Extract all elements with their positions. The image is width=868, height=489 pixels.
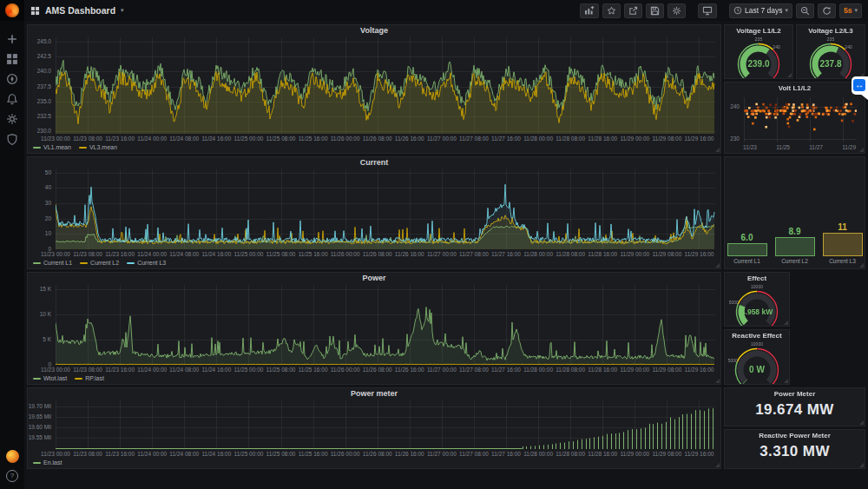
current-chart[interactable]: 5040302010011/23 00:0011/23 08:0011/23 1… <box>28 157 720 268</box>
x-axis-tick: 11/24 00:00 <box>137 367 167 373</box>
voltage-chart[interactable]: 245.0242.5240.0237.5235.0232.5230.011/23… <box>28 25 720 153</box>
legend-swatch <box>33 262 41 264</box>
x-axis-tick: 11/27 16:00 <box>491 451 521 457</box>
dashboard-settings-button[interactable] <box>667 3 686 18</box>
power-meter-chart[interactable]: 19.70 Mil19.65 Mil19.60 Mil19.55 Mil11/2… <box>28 388 720 468</box>
legend-swatch <box>127 262 135 264</box>
sidebar-bottom: ? <box>6 450 19 482</box>
legend-item[interactable]: RP.last <box>75 375 104 381</box>
legend-item[interactable]: Current L3 <box>127 260 166 266</box>
panel-title-power-meter[interactable]: Power meter <box>28 388 720 400</box>
panel-title-voltage[interactable]: Voltage <box>28 25 720 36</box>
x-axis-tick: 11/24 08:00 <box>169 251 199 257</box>
server-admin-icon[interactable] <box>6 133 18 145</box>
x-axis-tick: 11/23 16:00 <box>105 367 135 373</box>
dashboard-picker[interactable]: AMS Dashboard ▾ <box>30 5 124 16</box>
y-axis-tick: 20 <box>28 215 51 222</box>
explore-icon[interactable] <box>6 73 18 85</box>
save-icon <box>650 6 660 16</box>
dashboard-title: AMS Dashboard <box>45 5 115 16</box>
x-axis-tick: 11/23 08:00 <box>73 451 102 457</box>
panel-title-voltage-l1-l2[interactable]: Voltage L1/L2 <box>725 25 792 36</box>
grafana-logo[interactable] <box>0 0 24 21</box>
legend-item[interactable]: Wtot.last <box>33 375 67 381</box>
bar-gauge-item[interactable]: 11Current L3 <box>823 222 863 264</box>
tv-mode-button[interactable] <box>698 3 717 18</box>
refresh-button[interactable] <box>818 3 836 18</box>
refresh-interval-dropdown[interactable]: 5s ▾ <box>839 3 862 18</box>
gauge-effect-canvas[interactable] <box>725 284 789 326</box>
x-axis-tick: 11/29 00:00 <box>620 367 649 373</box>
x-axis-tick: 11/29 16:00 <box>685 135 714 142</box>
teamviewer-overlay[interactable]: ↔ <box>852 76 868 100</box>
x-axis-tick: 11/28 16:00 <box>588 451 617 457</box>
panel-title-current[interactable]: Current <box>28 157 720 169</box>
x-axis-tick: 11/25 00:00 <box>234 251 264 257</box>
x-axis-tick: 11/29 08:00 <box>652 367 681 373</box>
legend-item[interactable]: Current L2 <box>80 260 119 266</box>
panel-title-voltage-l2-l3[interactable]: Voltage L2/L3 <box>797 25 865 36</box>
power-plot-canvas[interactable] <box>56 285 715 365</box>
volt-heat-canvas[interactable] <box>744 97 857 142</box>
panel-title-reactive-power-meter-stat[interactable]: Reactive Power Meter <box>725 430 865 441</box>
panel-title-reactive-effect[interactable]: Reactive Effect <box>725 330 789 341</box>
legend-label: Current L2 <box>90 260 119 266</box>
voltage-plot-canvas[interactable] <box>56 37 715 134</box>
panel-current-bar-gauge: 6.0Current L18.9Current L211Current L3 <box>724 156 865 269</box>
bar-gauge-bar <box>823 233 863 256</box>
bar-gauge-item[interactable]: 6.0Current L1 <box>727 233 767 264</box>
alerting-icon[interactable] <box>6 93 18 105</box>
x-axis-tick: 11/25 08:00 <box>266 367 296 373</box>
x-axis-tick: 11/23 16:00 <box>105 451 135 457</box>
gauge-v23-canvas[interactable] <box>797 36 865 78</box>
x-axis-tick: 11/25 16:00 <box>299 451 328 457</box>
x-axis-tick: 11/29 00:00 <box>620 135 649 142</box>
panel-title-power-meter-stat[interactable]: Power Meter <box>725 388 865 400</box>
power-meter-plot-canvas[interactable] <box>56 400 715 449</box>
bar-gauge-item[interactable]: 8.9Current L2 <box>775 227 815 264</box>
panel-voltage-l2-l3-gauge: Voltage L2/L3 <box>796 24 865 79</box>
x-axis-tick: 11/28 08:00 <box>556 367 585 373</box>
panel-title-effect[interactable]: Effect <box>725 273 789 284</box>
add-panel-button[interactable] <box>580 3 599 18</box>
legend-item[interactable]: VL3.mean <box>79 144 117 150</box>
gauge-v12-canvas[interactable] <box>725 36 792 78</box>
help-icon[interactable]: ? <box>6 470 18 482</box>
current-bar-gauge[interactable]: 6.0Current L18.9Current L211Current L3 <box>725 157 865 268</box>
x-axis-tick: 11/27 <box>809 144 823 150</box>
bar-gauge-label: Current L1 <box>733 258 760 264</box>
power-meter-stat-value: 19.674 MW <box>725 401 865 419</box>
share-button[interactable] <box>624 3 642 18</box>
legend-item[interactable]: En.last <box>33 459 62 466</box>
y-axis-tick: 50 <box>28 169 51 176</box>
legend-swatch <box>75 378 82 380</box>
create-icon[interactable] <box>6 33 18 45</box>
monitor-icon <box>702 6 713 16</box>
chart-legend: Wtot.lastRP.last <box>33 374 104 382</box>
teamviewer-icon: ↔ <box>853 79 865 91</box>
zoom-out-button[interactable] <box>796 3 814 18</box>
power-chart[interactable]: 15 K10 K5 K011/23 00:0011/23 08:0011/23 … <box>28 273 720 384</box>
gauge-reactive-canvas[interactable] <box>725 341 789 384</box>
x-axis-tick: 11/27 08:00 <box>459 367 489 373</box>
dashboards-icon[interactable] <box>6 53 18 65</box>
panel-title-volt-l1-l2[interactable]: Volt L1/L2 <box>725 83 865 94</box>
x-axis-tick: 11/23 00:00 <box>41 251 70 257</box>
time-range-picker[interactable]: Last 7 days ▾ <box>729 3 792 18</box>
x-axis-tick: 11/26 08:00 <box>363 251 392 257</box>
panel-current: Current 5040302010011/23 00:0011/23 08:0… <box>27 156 721 269</box>
configuration-icon[interactable] <box>6 113 18 125</box>
dashboard-grid-icon <box>30 6 40 16</box>
x-axis-tick: 11/29 16:00 <box>685 251 714 257</box>
user-avatar[interactable] <box>6 450 19 463</box>
current-plot-canvas[interactable] <box>56 169 715 249</box>
y-axis-tick: 235.0 <box>28 98 51 105</box>
x-axis-tick: 11/24 08:00 <box>169 367 199 373</box>
legend-item[interactable]: VL1.mean <box>33 144 71 150</box>
legend-label: VL3.mean <box>89 144 117 150</box>
panel-title-power[interactable]: Power <box>28 273 720 284</box>
save-button[interactable] <box>646 3 664 18</box>
star-button[interactable] <box>602 3 621 18</box>
legend-item[interactable]: Current L1 <box>33 260 72 266</box>
x-axis-tick: 11/25 16:00 <box>299 135 328 142</box>
